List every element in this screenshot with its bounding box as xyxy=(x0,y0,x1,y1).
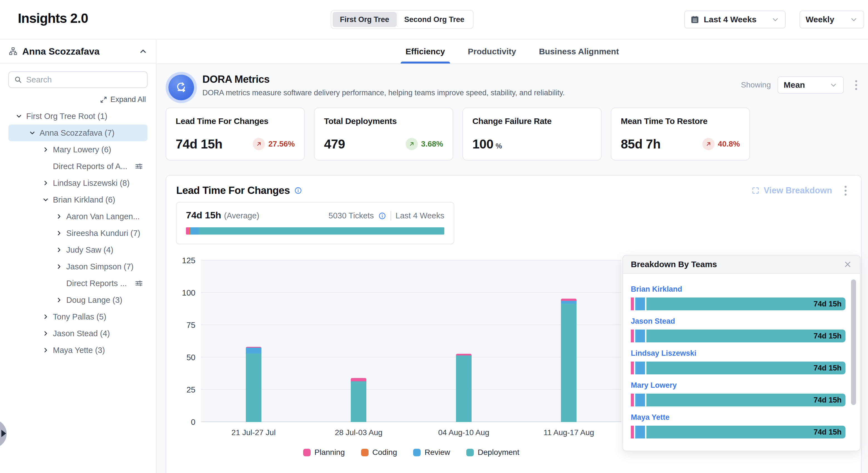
tree-item-judy-saw-4[interactable]: Judy Saw (4) xyxy=(8,241,148,258)
chevron-right-icon[interactable] xyxy=(42,180,49,186)
bar-segment-deployment xyxy=(456,355,472,422)
tree-item-maya-yette-3[interactable]: Maya Yette (3) xyxy=(8,342,148,358)
metric-card-title: Change Failure Rate xyxy=(472,116,592,126)
chevron-right-icon[interactable] xyxy=(56,246,62,253)
tree-item-direct-reports-of-a[interactable]: Direct Reports of A... xyxy=(8,158,148,175)
stacked-bar-28-jul-03-aug[interactable] xyxy=(351,378,366,422)
breakdown-row-jason-stead: Jason Stead74d 15h xyxy=(631,317,845,342)
sidebar-header: Anna Scozzafava xyxy=(0,39,156,63)
granularity-select[interactable]: Weekly xyxy=(800,10,864,28)
org-toggle-second-org-tree[interactable]: Second Org Tree xyxy=(396,12,472,27)
tab-efficiency[interactable]: Efficiency xyxy=(403,39,447,63)
bar-segment-planning xyxy=(561,299,577,301)
breakdown-bar: 74d 15h xyxy=(631,329,845,342)
tree-item-doug-lange-3[interactable]: Doug Lange (3) xyxy=(8,292,148,308)
chevron-right-icon[interactable] xyxy=(42,146,49,153)
chevron-right-icon[interactable] xyxy=(42,347,49,354)
chevron-up-icon[interactable] xyxy=(138,47,148,56)
metric-card-value: 85d 7h xyxy=(621,137,661,151)
tree-item-brian-kirkland-6[interactable]: Brian Kirkland (6) xyxy=(8,191,148,208)
chevron-right-icon[interactable] xyxy=(56,230,62,237)
chevron-right-icon[interactable] xyxy=(42,330,49,337)
breakdown-team-link[interactable]: Jason Stead xyxy=(631,317,845,326)
chevron-right-icon[interactable] xyxy=(42,314,49,320)
calendar-icon xyxy=(690,15,699,24)
tree-item-aaron-van-langen[interactable]: Aaron Van Langen... xyxy=(8,208,148,225)
content-scroll-area: DORA Metrics DORA metrics measure softwa… xyxy=(156,64,868,473)
dora-metric-cards: Lead Time For Changes74d 15h27.56%Total … xyxy=(166,108,862,160)
tree-item-anna-scozzafava-7[interactable]: Anna Scozzafava (7) xyxy=(8,124,148,141)
tree-item-direct-reports[interactable]: Direct Reports ... xyxy=(8,275,148,292)
dora-kebab-menu[interactable] xyxy=(850,77,862,93)
metric-card-bottom: 4793.68% xyxy=(324,137,443,151)
tree-item-jason-stead-4[interactable]: Jason Stead (4) xyxy=(8,325,148,342)
lead-time-kebab-menu[interactable] xyxy=(840,183,851,198)
date-range-select[interactable]: Last 4 Weeks xyxy=(684,10,785,28)
breakdown-team-link[interactable]: Mary Lowery xyxy=(631,381,845,390)
breakdown-team-link[interactable]: Maya Yette xyxy=(631,413,845,422)
breakdown-segment-review xyxy=(635,394,645,407)
expand-corners-icon xyxy=(751,186,760,195)
expand-all-button[interactable]: Expand All xyxy=(8,95,146,104)
page-title: Insights 2.0 xyxy=(18,10,88,26)
breakdown-team-link[interactable]: Brian Kirkland xyxy=(631,285,845,294)
chart-slot-21-jul-27-jul xyxy=(201,261,306,422)
breakdown-value: 74d 15h xyxy=(813,428,842,437)
chevron-down-icon[interactable] xyxy=(42,197,49,203)
info-icon[interactable] xyxy=(294,187,302,195)
period-label: Last 4 Weeks xyxy=(396,211,444,220)
tree-item-lindsay-liszewski-8[interactable]: Lindsay Liszewski (8) xyxy=(8,175,148,191)
chevron-right-icon[interactable] xyxy=(56,213,62,220)
filter-sliders-icon[interactable] xyxy=(135,162,143,171)
legend-swatch xyxy=(361,449,369,456)
bar-segment-deployment xyxy=(351,381,366,422)
chevron-right-icon[interactable] xyxy=(56,263,62,270)
trend-badge: 40.8% xyxy=(702,138,740,150)
lead-time-actions: View Breakdown xyxy=(751,183,851,198)
tree-item-mary-lowery-6[interactable]: Mary Lowery (6) xyxy=(8,141,148,158)
search-input[interactable] xyxy=(26,75,142,84)
tree-item-sireesha-kunduri-7[interactable]: Sireesha Kunduri (7) xyxy=(8,225,148,241)
tree-item-first-org-tree-root-1[interactable]: First Org Tree Root (1) xyxy=(8,108,148,124)
metric-card-title: Total Deployments xyxy=(324,116,443,126)
close-icon[interactable] xyxy=(843,260,852,269)
stacked-bar-11-aug-17-aug[interactable] xyxy=(561,299,577,422)
filter-sliders-icon[interactable] xyxy=(135,279,143,288)
tree-item-tony-pallas-5[interactable]: Tony Pallas (5) xyxy=(8,308,148,325)
mean-select[interactable]: Mean xyxy=(777,76,844,94)
breakdown-value: 74d 15h xyxy=(813,300,842,308)
trend-arrow-icon xyxy=(253,138,265,150)
chevron-right-icon[interactable] xyxy=(56,297,62,303)
average-summary-card: 74d 15h (Average) 5030 Tickets Last 4 We… xyxy=(176,202,454,244)
x-tick-label: 28 Jul-03 Aug xyxy=(306,428,411,437)
tree-item-jason-simpson-7[interactable]: Jason Simpson (7) xyxy=(8,258,148,275)
y-tick-label: 50 xyxy=(166,353,195,362)
info-icon[interactable] xyxy=(378,212,386,220)
chevron-down-icon[interactable] xyxy=(16,113,22,119)
dora-sprint-icon xyxy=(168,75,194,100)
chart-slot-11-aug-17-aug xyxy=(517,261,622,422)
org-toggle-first-org-tree[interactable]: First Org Tree xyxy=(333,12,396,27)
sidebar-collapse-handle[interactable] xyxy=(0,419,7,448)
view-breakdown-button[interactable]: View Breakdown xyxy=(751,185,832,196)
breakdown-team-link[interactable]: Lindsay Liszewski xyxy=(631,349,845,358)
trend-badge: 3.68% xyxy=(406,138,443,150)
chevron-down-icon[interactable] xyxy=(29,129,36,136)
stacked-bar-04-aug-10-aug[interactable] xyxy=(456,354,472,422)
header-controls: Last 4 Weeks Weekly xyxy=(684,10,864,28)
metric-card-title: Lead Time For Changes xyxy=(176,116,295,126)
trend-value: 40.8% xyxy=(718,140,740,148)
breakdown-bar: 74d 15h xyxy=(631,361,845,375)
stacked-bar-21-jul-27-jul[interactable] xyxy=(246,347,261,422)
breakdown-value: 74d 15h xyxy=(813,396,842,405)
tree-item-label: Direct Reports of A... xyxy=(53,162,127,171)
tab-business-alignment[interactable]: Business Alignment xyxy=(537,39,621,63)
metric-card-bottom: 74d 15h27.56% xyxy=(176,137,295,151)
scrollbar-thumb[interactable] xyxy=(851,279,856,405)
view-breakdown-label: View Breakdown xyxy=(764,185,832,196)
breakdown-panel: Breakdown By Teams Brian Kirkland74d 15h… xyxy=(622,255,861,451)
metric-card-value: 74d 15h xyxy=(176,137,222,151)
tree-item-label: Maya Yette (3) xyxy=(53,346,105,355)
breakdown-segment-review xyxy=(635,329,645,342)
tab-productivity[interactable]: Productivity xyxy=(466,39,518,63)
